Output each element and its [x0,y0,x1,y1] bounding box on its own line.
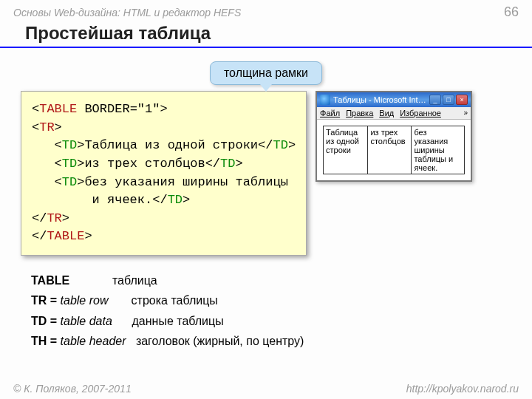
footer-url: http://kpolyakov.narod.ru [406,383,519,395]
browser-menubar: Файл Правка Вид Избранное » [317,107,471,120]
table-cell: Таблица из одной строки [324,126,368,174]
page-number: 66 [504,4,519,20]
definitions: TABLE таблица TR = table row строка табл… [31,270,532,351]
menu-favorites[interactable]: Избранное [400,109,441,117]
chevron-right-icon[interactable]: » [464,109,468,117]
browser-mockup: Таблицы - Microsoft Internet E… _ □ × Фа… [316,91,472,182]
course-title: Основы Web-дизайна: HTML и редактор HEFS [13,7,241,18]
table-row: Таблица из одной строки из трех столбцов… [324,126,465,174]
menu-view[interactable]: Вид [379,109,394,117]
callout-border-width: толщина рамки [210,61,322,85]
browser-titlebar: Таблицы - Microsoft Internet E… _ □ × [317,92,471,107]
browser-content: Таблица из одной строки из трех столбцов… [317,120,471,180]
e-icon [320,95,330,105]
footer-copyright: © К. Поляков, 2007-2011 [13,383,132,395]
minimize-button[interactable]: _ [429,95,441,105]
table-cell: без указания ширины таблицы и ячеек. [412,126,465,174]
table-cell: из трех столбцов [368,126,412,174]
menu-file[interactable]: Файл [320,109,340,117]
rendered-table: Таблица из одной строки из трех столбцов… [323,126,465,174]
maximize-button[interactable]: □ [443,95,454,105]
code-example: <TABLE BORDER="1"> <TR> <TD>Таблица из о… [21,91,307,256]
browser-window-title: Таблицы - Microsoft Internet E… [333,95,426,104]
close-button[interactable]: × [456,95,468,105]
menu-edit[interactable]: Правка [346,109,373,117]
slide-title: Простейшая таблица [0,21,532,48]
